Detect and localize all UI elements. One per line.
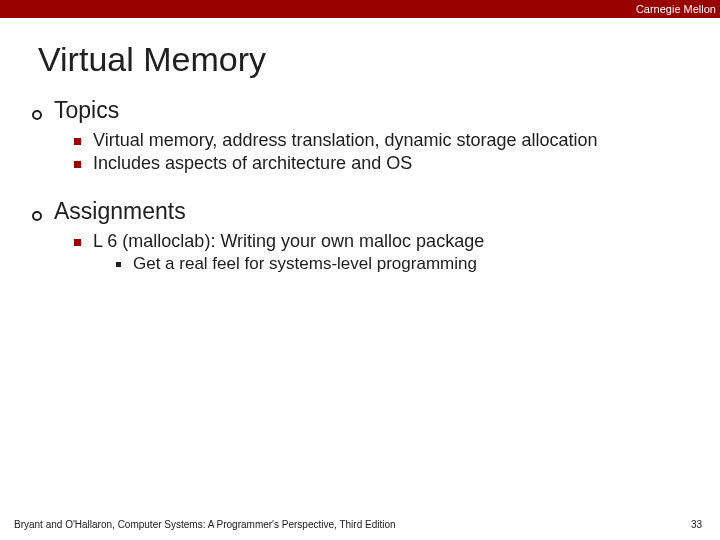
section-heading-row: Assignments bbox=[32, 198, 696, 225]
list-item-text: L 6 (malloclab): Writing your own malloc… bbox=[93, 231, 484, 252]
header-bar: Carnegie Mellon bbox=[0, 0, 720, 18]
red-square-bullet-icon bbox=[74, 161, 81, 168]
red-square-bullet-icon bbox=[74, 138, 81, 145]
slide-footer: Bryant and O'Hallaron, Computer Systems:… bbox=[0, 519, 720, 530]
institution-label: Carnegie Mellon bbox=[636, 3, 716, 15]
hollow-circle-bullet-icon bbox=[32, 110, 42, 120]
footer-attribution: Bryant and O'Hallaron, Computer Systems:… bbox=[14, 519, 396, 530]
red-square-bullet-icon bbox=[74, 239, 81, 246]
list-item: Virtual memory, address translation, dyn… bbox=[32, 130, 696, 151]
list-item: Includes aspects of architecture and OS bbox=[32, 153, 696, 174]
list-item-text: Includes aspects of architecture and OS bbox=[93, 153, 412, 174]
list-item-text: Virtual memory, address translation, dyn… bbox=[93, 130, 598, 151]
section-heading: Assignments bbox=[54, 198, 186, 225]
section-heading-row: Topics bbox=[32, 97, 696, 124]
sublist-item-text: Get a real feel for systems-level progra… bbox=[133, 254, 477, 274]
hollow-circle-bullet-icon bbox=[32, 211, 42, 221]
section-heading: Topics bbox=[54, 97, 119, 124]
section-assignments: Assignments L 6 (malloclab): Writing you… bbox=[32, 198, 696, 274]
slide-content: Topics Virtual memory, address translati… bbox=[0, 97, 720, 274]
list-item: L 6 (malloclab): Writing your own malloc… bbox=[32, 231, 696, 252]
footer-page-number: 33 bbox=[691, 519, 702, 530]
small-square-bullet-icon bbox=[116, 262, 121, 267]
sublist-item: Get a real feel for systems-level progra… bbox=[32, 254, 696, 274]
slide-title: Virtual Memory bbox=[0, 18, 720, 97]
section-topics: Topics Virtual memory, address translati… bbox=[32, 97, 696, 174]
